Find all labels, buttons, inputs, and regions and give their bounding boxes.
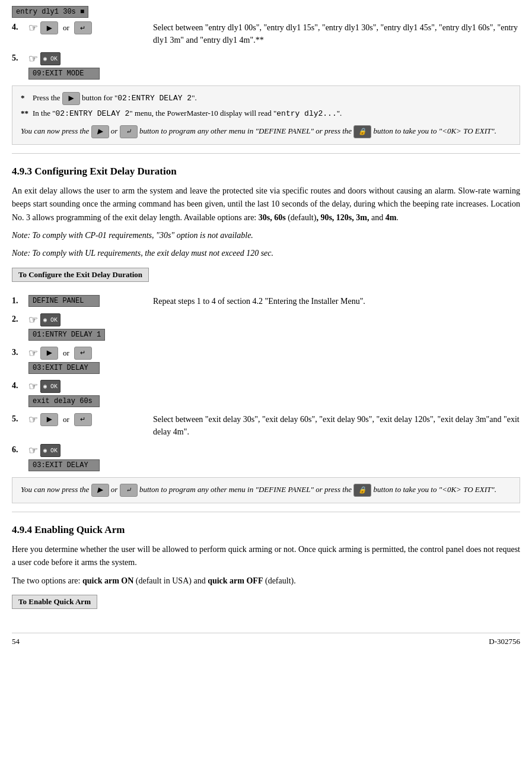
divider-1 (12, 153, 520, 154)
step-desc-4top: Select between "entry dly1 00s", "entry … (147, 21, 520, 46)
step-493-2: 2. ☞ ◉ OK 01:ENTRY DELAY 1 (12, 313, 520, 341)
quick-arm-off: quick arm OFF (208, 576, 263, 585)
fwd-btn-info1[interactable]: ▶ (91, 125, 109, 138)
step-4-top: 4. ☞ ▶ or ↵ Select between "entry dly1 0… (12, 21, 520, 46)
enter-btn-info-bot[interactable]: ↵ (120, 484, 138, 497)
info-box-bottom: You can now press the ▶ or ↵ button to p… (12, 477, 520, 503)
step-num-493-4: 4. (12, 380, 28, 391)
hand-icon-5top: ☞ (28, 53, 38, 64)
info-box-top: * Press the ▶ button for "02:ENTRY DELAY… (12, 85, 520, 145)
step-num-493-5: 5. (12, 413, 28, 424)
proc-header-494: To Enable Quick Arm (12, 595, 520, 615)
hand-icon-493-4: ☞ (28, 381, 38, 392)
star2-text: In the "02:ENTRY DELAY 2" menu, the Powe… (33, 107, 342, 120)
star2: ** (21, 107, 33, 120)
step-content-493-5: ☞ ▶ or ↵ (28, 413, 147, 429)
bold-options2: , 90s, 120s, 3m, (316, 213, 369, 222)
fwd-btn-493-3[interactable]: ▶ (40, 347, 58, 360)
ok-button-5top[interactable]: ◉ OK (40, 52, 60, 65)
step-493-4: 4. ☞ ◉ OK exit delay 60s (12, 380, 520, 407)
step-desc-493-5: Select between "exit delay 30s", "exit d… (147, 413, 520, 438)
info-row-star1: * Press the ▶ button for "02:ENTRY DELAY… (21, 92, 511, 105)
quick-arm-on: quick arm ON (82, 576, 133, 585)
info-para1: You can now press the ▶ or ↵ button to p… (21, 125, 511, 138)
hand-icon-493-2: ☞ (28, 315, 38, 325)
hand-icon-493-5: ☞ (28, 414, 38, 425)
enter-btn-493-5[interactable]: ↵ (74, 413, 92, 426)
step-num-493-6: 6. (12, 444, 28, 455)
proc-header-493: To Configure the Exit Delay Duration (12, 268, 520, 288)
section-493-title: 4.9.3 Configuring Exit Delay Duration (12, 166, 520, 177)
bold-4m: 4m (386, 213, 397, 222)
or-493-5: or (63, 415, 69, 424)
hand-icon-493-6: ☞ (28, 445, 38, 456)
lcd-5top: 09:EXIT MODE (28, 68, 100, 80)
or-label-4top: or (63, 23, 69, 33)
section-493-para1: An exit delay allows the user to arm the… (12, 185, 520, 224)
info-para-bottom: You can now press the ▶ or ↵ button to p… (21, 484, 511, 497)
step-num-4top: 4. (12, 21, 28, 32)
fwd-btn-493-5[interactable]: ▶ (40, 413, 58, 426)
step-num-493-2: 2. (12, 313, 28, 324)
step-content-493-6: ☞ ◉ OK 03:EXIT DELAY (28, 444, 147, 471)
step-content-493-1: DEFINE PANEL (28, 295, 147, 307)
step-493-6: 6. ☞ ◉ OK 03:EXIT DELAY (12, 444, 520, 471)
enter-btn-493-3[interactable]: ↵ (74, 347, 92, 360)
divider-2 (12, 512, 520, 512)
step-content-5top: ☞ ◉ OK 09:EXIT MODE (28, 52, 147, 80)
step-controls-493-6: ☞ ◉ OK (28, 444, 60, 457)
step-controls-493-2: ☞ ◉ OK (28, 313, 60, 326)
step-content-493-2: ☞ ◉ OK 01:ENTRY DELAY 1 (28, 313, 147, 341)
page-number: 54 (12, 637, 20, 646)
step-num-5top: 5. (12, 52, 28, 63)
lock-btn-info-bot[interactable]: 🔒 (353, 484, 371, 497)
fwd-btn-star1[interactable]: ▶ (62, 92, 80, 105)
bold-30s-60s: 30s, 60s (259, 213, 286, 222)
lcd-493-3: 03:EXIT DELAY (28, 362, 100, 374)
lcd-493-4: exit delay 60s (28, 395, 100, 407)
ok-button-493-4[interactable]: ◉ OK (40, 380, 60, 393)
step-493-1: 1. DEFINE PANEL Repeat steps 1 to 4 of s… (12, 295, 520, 307)
step-num-493-3: 3. (12, 347, 28, 357)
top-lcd-display: entry dly1 30s ■ (12, 6, 88, 18)
ok-button-493-2[interactable]: ◉ OK (40, 313, 60, 326)
info-row-star2: ** In the "02:ENTRY DELAY 2" menu, the P… (21, 107, 511, 120)
lcd-493-1: DEFINE PANEL (28, 295, 100, 307)
enter-btn-info1[interactable]: ↵ (120, 125, 138, 138)
proc-header-label-493: To Configure the Exit Delay Duration (12, 268, 149, 282)
hand-icon-4top: ☞ (28, 23, 38, 33)
step-controls-493-4: ☞ ◉ OK (28, 380, 60, 393)
step-controls-493-5: ☞ ▶ or ↵ (28, 413, 92, 426)
ok-button-493-6[interactable]: ◉ OK (40, 444, 60, 457)
doc-number: D-302756 (489, 637, 520, 646)
page-footer: 54 D-302756 (12, 633, 520, 646)
step-493-3: 3. ☞ ▶ or ↵ 03:EXIT DELAY (12, 347, 520, 374)
note-ul: Note: To comply with UL requirements, th… (12, 247, 520, 260)
lcd-493-2: 01:ENTRY DELAY 1 (28, 329, 105, 341)
fwd-btn-info-bot[interactable]: ▶ (91, 484, 109, 497)
step-content-493-3: ☞ ▶ or ↵ 03:EXIT DELAY (28, 347, 147, 374)
section-494-title: 4.9.4 Enabling Quick Arm (12, 524, 520, 536)
step-controls-493-3: ☞ ▶ or ↵ (28, 347, 92, 360)
section-494-para2: The two options are: quick arm ON (defau… (12, 575, 520, 588)
step-num-493-1: 1. (12, 295, 28, 306)
note-cp01: Note: To comply with CP-01 requirements,… (12, 229, 520, 242)
enter-button-4top[interactable]: ↵ (74, 21, 92, 34)
lock-btn-info1[interactable]: 🔒 (353, 125, 371, 138)
step-5-top: 5. ☞ ◉ OK 09:EXIT MODE (12, 52, 520, 80)
step-493-5: 5. ☞ ▶ or ↵ Select between "exit delay 3… (12, 413, 520, 438)
star1: * (21, 92, 33, 104)
step-controls-4top: ☞ ▶ or ↵ (28, 21, 92, 34)
step-controls-5top: ☞ ◉ OK (28, 52, 60, 65)
step-content-493-4: ☞ ◉ OK exit delay 60s (28, 380, 147, 407)
forward-button-4top[interactable]: ▶ (40, 21, 58, 34)
hand-icon-493-3: ☞ (28, 348, 38, 358)
star1-text: Press the ▶ button for "02:ENTRY DELAY 2… (33, 92, 197, 105)
proc-header-label-494: To Enable Quick Arm (12, 595, 97, 609)
section-494-para1: Here you determine whether the user will… (12, 543, 520, 570)
or-493-3: or (63, 348, 69, 358)
step-desc-493-1: Repeat steps 1 to 4 of section 4.2 "Ente… (147, 295, 520, 307)
step-content-4top: ☞ ▶ or ↵ (28, 21, 147, 37)
lcd-493-6: 03:EXIT DELAY (28, 459, 100, 471)
